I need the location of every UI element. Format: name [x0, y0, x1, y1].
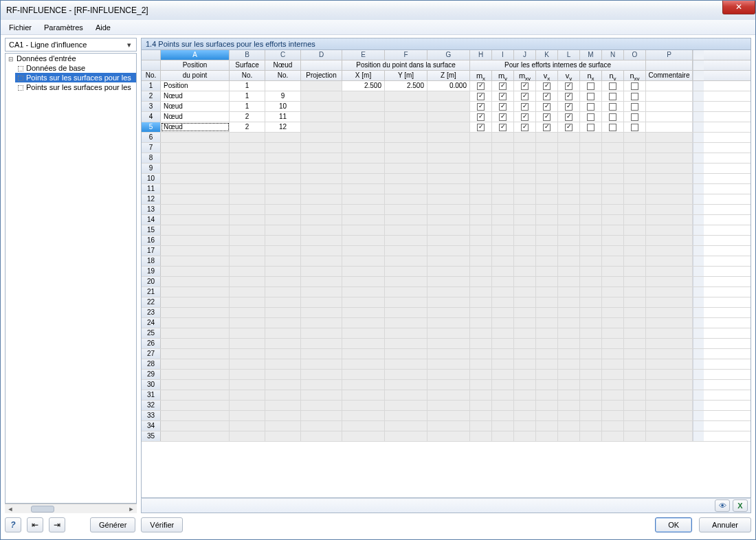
- checkbox[interactable]: [499, 113, 507, 121]
- cell[interactable]: [230, 401, 265, 410]
- cell[interactable]: [514, 267, 536, 276]
- cell[interactable]: [265, 339, 301, 348]
- cell[interactable]: [646, 349, 693, 359]
- cell[interactable]: 2.500: [385, 81, 427, 91]
- cell[interactable]: [301, 205, 342, 214]
- cell[interactable]: [427, 287, 470, 297]
- cell[interactable]: [161, 246, 230, 256]
- cell[interactable]: [230, 287, 265, 297]
- cell[interactable]: Nœud: [161, 102, 230, 111]
- cell[interactable]: [580, 143, 602, 153]
- checkbox[interactable]: [587, 124, 594, 131]
- cell[interactable]: [558, 194, 580, 204]
- cell[interactable]: [385, 122, 427, 132]
- cell[interactable]: [230, 277, 265, 286]
- table-row[interactable]: 17: [142, 246, 751, 256]
- cell[interactable]: [536, 318, 558, 328]
- cell[interactable]: [602, 81, 624, 91]
- cell[interactable]: [470, 411, 492, 420]
- cell[interactable]: [580, 390, 602, 400]
- cell[interactable]: [470, 421, 492, 431]
- cell[interactable]: [536, 431, 558, 441]
- cell[interactable]: [536, 246, 558, 256]
- cell[interactable]: [602, 277, 624, 286]
- cell[interactable]: [301, 143, 342, 153]
- cell[interactable]: [602, 359, 624, 369]
- cell[interactable]: [492, 370, 514, 379]
- cell[interactable]: [492, 256, 514, 266]
- cell[interactable]: 1: [230, 81, 265, 91]
- cell[interactable]: [230, 297, 265, 307]
- table-row[interactable]: 18: [142, 256, 751, 267]
- cell[interactable]: [385, 133, 427, 142]
- cell[interactable]: [342, 112, 385, 122]
- cell[interactable]: [624, 349, 646, 359]
- checkbox[interactable]: [631, 124, 638, 131]
- cell[interactable]: [492, 359, 514, 369]
- cell[interactable]: [265, 297, 301, 307]
- cell[interactable]: [536, 143, 558, 153]
- cell[interactable]: [602, 184, 624, 194]
- cell[interactable]: [230, 256, 265, 266]
- cell[interactable]: [536, 205, 558, 214]
- cell[interactable]: [385, 164, 427, 173]
- cell[interactable]: [342, 215, 385, 225]
- cell[interactable]: [646, 411, 693, 420]
- col-nxy[interactable]: nxy: [624, 71, 646, 80]
- cell[interactable]: [624, 91, 646, 101]
- cell[interactable]: [427, 401, 470, 410]
- cell[interactable]: [646, 287, 693, 297]
- cell[interactable]: [301, 256, 342, 266]
- cell[interactable]: [558, 421, 580, 431]
- scroll-left-icon[interactable]: ◄: [5, 506, 16, 513]
- table-row[interactable]: 34: [142, 421, 751, 431]
- cell[interactable]: [427, 133, 470, 142]
- cell[interactable]: [558, 153, 580, 163]
- cell[interactable]: [646, 205, 693, 214]
- col-comment[interactable]: Commentaire: [646, 71, 693, 80]
- table-row[interactable]: 31: [142, 390, 751, 401]
- cancel-button[interactable]: Annuler: [699, 517, 751, 532]
- cell[interactable]: [536, 112, 558, 122]
- col-mxy[interactable]: mxy: [514, 71, 536, 80]
- cell[interactable]: [385, 359, 427, 369]
- cell[interactable]: [624, 215, 646, 225]
- cell[interactable]: [514, 390, 536, 400]
- cell[interactable]: [624, 421, 646, 431]
- cell[interactable]: [470, 91, 492, 101]
- cell[interactable]: [470, 102, 492, 111]
- cell[interactable]: [342, 287, 385, 297]
- table-row[interactable]: 23: [142, 308, 751, 318]
- cell[interactable]: [427, 256, 470, 266]
- cell[interactable]: [161, 339, 230, 348]
- cell[interactable]: [558, 401, 580, 410]
- table-row[interactable]: 30: [142, 380, 751, 390]
- cell[interactable]: [646, 390, 693, 400]
- cell[interactable]: [514, 102, 536, 111]
- cell[interactable]: [558, 328, 580, 338]
- cell[interactable]: [265, 390, 301, 400]
- generate-button[interactable]: Générer: [90, 517, 135, 532]
- cell[interactable]: [342, 339, 385, 348]
- checkbox[interactable]: [587, 103, 594, 111]
- row-number[interactable]: 13: [142, 205, 161, 214]
- cell[interactable]: [492, 236, 514, 245]
- cell[interactable]: [602, 297, 624, 307]
- cell[interactable]: [161, 267, 230, 276]
- cell[interactable]: [470, 112, 492, 122]
- cell[interactable]: [385, 297, 427, 307]
- checkbox[interactable]: [477, 103, 485, 111]
- cell[interactable]: [624, 225, 646, 235]
- cell[interactable]: [427, 153, 470, 163]
- cell[interactable]: [301, 411, 342, 420]
- cell[interactable]: [427, 143, 470, 153]
- cell[interactable]: [624, 112, 646, 122]
- checkbox[interactable]: [609, 103, 616, 111]
- export-excel-button[interactable]: [733, 499, 748, 512]
- cell[interactable]: [536, 91, 558, 101]
- cell[interactable]: [514, 339, 536, 348]
- cell[interactable]: Position: [161, 81, 230, 91]
- cell[interactable]: [558, 297, 580, 307]
- cell[interactable]: [514, 194, 536, 204]
- cell[interactable]: [385, 143, 427, 153]
